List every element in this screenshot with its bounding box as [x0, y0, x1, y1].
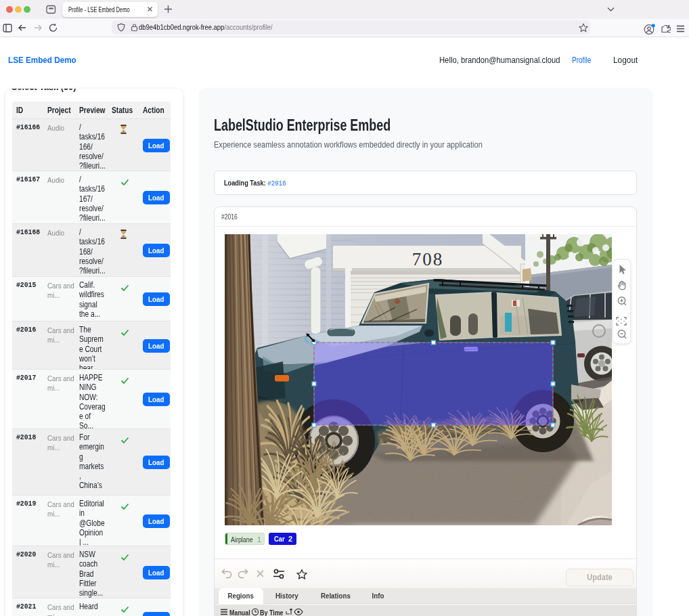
svg-text:708: 708 — [412, 249, 444, 269]
